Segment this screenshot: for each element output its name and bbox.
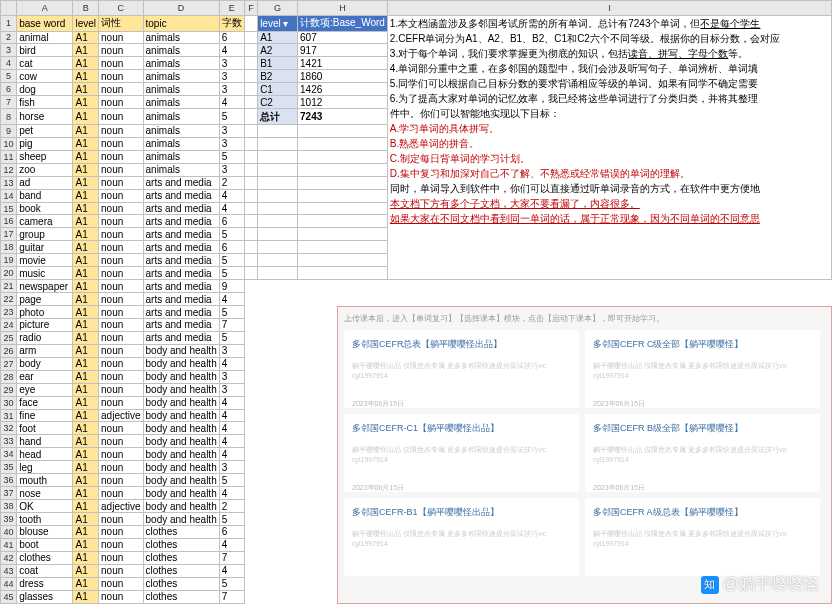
cell-pos[interactable]: noun <box>99 590 143 603</box>
row-hdr[interactable]: 15 <box>1 202 17 215</box>
cell-level[interactable]: A1 <box>73 461 99 474</box>
row-hdr[interactable]: 18 <box>1 241 17 254</box>
cell-pos[interactable]: noun <box>99 474 143 487</box>
cell-pos[interactable]: noun <box>99 83 143 96</box>
row-hdr[interactable]: 14 <box>1 189 17 202</box>
cell-topic[interactable]: clothes <box>143 551 219 564</box>
cell-pos[interactable]: noun <box>99 538 143 551</box>
cell-word[interactable]: radio <box>17 331 73 344</box>
cell-level[interactable]: A1 <box>73 150 99 163</box>
cell-count[interactable]: 4 <box>219 396 244 409</box>
course-card[interactable]: 多邻国CEFR A级总表【躺平嘤嘤怪】 躺平嘤嘤怪出品 仅限世杰专属 更多多邻国… <box>585 498 820 576</box>
cell-count[interactable]: 7 <box>219 551 244 564</box>
row-hdr[interactable]: 44 <box>1 577 17 590</box>
cell-pos[interactable]: noun <box>99 344 143 357</box>
summary-hdr-count[interactable]: 计数项:Base_Word <box>298 15 388 31</box>
row-hdr[interactable]: 32 <box>1 422 17 435</box>
cell-level[interactable]: A1 <box>73 538 99 551</box>
cell-topic[interactable]: arts and media <box>143 267 219 280</box>
cell-topic[interactable]: arts and media <box>143 280 219 293</box>
cell-level[interactable]: A1 <box>73 83 99 96</box>
col-G[interactable]: G <box>258 1 298 16</box>
cell-word[interactable]: nose <box>17 487 73 500</box>
cell-topic[interactable]: clothes <box>143 577 219 590</box>
table-row[interactable]: 21 newspaper A1 noun arts and media 9 <box>1 280 832 293</box>
cell-level[interactable]: A1 <box>73 409 99 422</box>
cell-level[interactable]: A1 <box>73 267 99 280</box>
cell-pos[interactable]: adjective <box>99 500 143 513</box>
cell-pos[interactable]: noun <box>99 564 143 577</box>
cell-topic[interactable]: body and health <box>143 409 219 422</box>
cell-count[interactable]: 7 <box>219 318 244 331</box>
cell-pos[interactable]: noun <box>99 254 143 267</box>
cell-level[interactable]: A1 <box>73 318 99 331</box>
cell-word[interactable]: fish <box>17 96 73 109</box>
cell-count[interactable]: 4 <box>219 44 244 57</box>
cell-pos[interactable]: noun <box>99 448 143 461</box>
cell-pos[interactable]: noun <box>99 137 143 150</box>
cell-pos[interactable]: noun <box>99 176 143 189</box>
cell-topic[interactable]: animals <box>143 83 219 96</box>
row-hdr[interactable]: 34 <box>1 448 17 461</box>
cell-level[interactable]: A1 <box>73 137 99 150</box>
cell-word[interactable]: foot <box>17 422 73 435</box>
cell-word[interactable]: newspaper <box>17 280 73 293</box>
summary-label[interactable]: B1 <box>258 57 298 70</box>
cell-word[interactable]: animal <box>17 31 73 44</box>
cell-count[interactable]: 4 <box>219 357 244 370</box>
cell-count[interactable]: 3 <box>219 57 244 70</box>
cell-word[interactable]: pet <box>17 124 73 137</box>
cell-pos[interactable]: noun <box>99 31 143 44</box>
cell-word[interactable]: fine <box>17 409 73 422</box>
cell-pos[interactable]: adjective <box>99 409 143 422</box>
cell-count[interactable]: 3 <box>219 70 244 83</box>
cell-level[interactable]: A1 <box>73 590 99 603</box>
course-card[interactable]: 多邻国CEFR总表【躺平嘤嘤怪出品】 躺平嘤嘤怪出品 仅限世杰专属 更多多邻国快… <box>344 330 579 408</box>
cell-count[interactable]: 3 <box>219 383 244 396</box>
cell-pos[interactable]: noun <box>99 109 143 125</box>
row-hdr[interactable]: 27 <box>1 357 17 370</box>
row-hdr[interactable]: 24 <box>1 318 17 331</box>
cell-word[interactable]: zoo <box>17 163 73 176</box>
cell-pos[interactable]: noun <box>99 513 143 526</box>
col-E[interactable]: E <box>219 1 244 16</box>
cell-level[interactable]: A1 <box>73 344 99 357</box>
cell-pos[interactable]: noun <box>99 357 143 370</box>
cell-word[interactable]: mouth <box>17 474 73 487</box>
cell-pos[interactable]: noun <box>99 461 143 474</box>
summary-value[interactable]: 1426 <box>298 83 388 96</box>
cell-topic[interactable]: arts and media <box>143 293 219 306</box>
cell-count[interactable]: 4 <box>219 96 244 109</box>
cell-level[interactable]: A1 <box>73 487 99 500</box>
cell-word[interactable]: cow <box>17 70 73 83</box>
cell-word[interactable]: picture <box>17 318 73 331</box>
row-hdr[interactable]: 21 <box>1 280 17 293</box>
cell-level[interactable]: A1 <box>73 241 99 254</box>
cell-topic[interactable]: arts and media <box>143 318 219 331</box>
cell-topic[interactable]: body and health <box>143 513 219 526</box>
cell-level[interactable]: A1 <box>73 189 99 202</box>
row-hdr[interactable]: 20 <box>1 267 17 280</box>
cell-count[interactable]: 4 <box>219 448 244 461</box>
cell-level[interactable]: A1 <box>73 254 99 267</box>
summary-total[interactable]: 7243 <box>298 109 388 125</box>
row-hdr[interactable]: 10 <box>1 137 17 150</box>
cell-level[interactable]: A1 <box>73 357 99 370</box>
cell-count[interactable]: 5 <box>219 513 244 526</box>
cell-count[interactable]: 4 <box>219 564 244 577</box>
cell-count[interactable]: 5 <box>219 474 244 487</box>
row-hdr[interactable]: 17 <box>1 228 17 241</box>
cell-pos[interactable]: noun <box>99 228 143 241</box>
cell-pos[interactable]: noun <box>99 370 143 383</box>
cell-topic[interactable]: animals <box>143 57 219 70</box>
cell-word[interactable]: music <box>17 267 73 280</box>
cell-level[interactable]: A1 <box>73 448 99 461</box>
cell-word[interactable]: coat <box>17 564 73 577</box>
summary-label[interactable]: C2 <box>258 96 298 109</box>
cell-count[interactable]: 2 <box>219 176 244 189</box>
cell-level[interactable]: A1 <box>73 31 99 44</box>
cell-topic[interactable]: body and health <box>143 422 219 435</box>
cell-level[interactable]: A1 <box>73 96 99 109</box>
cell-pos[interactable]: noun <box>99 318 143 331</box>
cell-count[interactable]: 3 <box>219 83 244 96</box>
